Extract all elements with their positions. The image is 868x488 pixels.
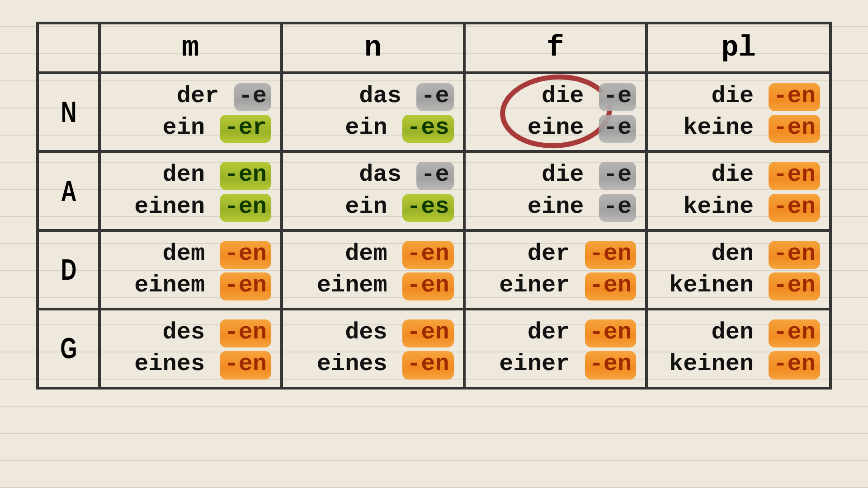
row-genitive: G des -en eines -en des -en eines -en de… bbox=[38, 309, 830, 388]
ending-highlight: -e bbox=[235, 80, 270, 112]
row-header-G: G bbox=[45, 309, 91, 388]
cell-A-n: das -e ein -es bbox=[282, 151, 464, 230]
ending-highlight: -e bbox=[417, 80, 453, 112]
ending-highlight: -es bbox=[403, 112, 453, 144]
header-row: m n f pl bbox=[38, 23, 830, 73]
ending-highlight: -en bbox=[403, 238, 453, 270]
header-blank bbox=[38, 23, 99, 73]
ending-highlight: -en bbox=[769, 317, 819, 348]
ending-highlight: -en bbox=[769, 191, 819, 223]
cell-D-m: dem -en einem -en bbox=[99, 230, 282, 309]
ending-highlight: -en bbox=[769, 159, 819, 191]
ending-highlight: -en bbox=[769, 270, 819, 301]
ending-highlight: -en bbox=[586, 238, 636, 270]
ending-highlight: -en bbox=[769, 80, 819, 112]
ending-highlight: -er bbox=[221, 112, 270, 144]
row-header-A: A bbox=[45, 151, 91, 230]
cell-G-pl: den -en keinen -en bbox=[646, 309, 830, 388]
row-accusative: A den -en einen -en das -e ein -es die -… bbox=[38, 151, 830, 230]
col-header-n: n bbox=[282, 23, 464, 73]
ending-highlight: -e bbox=[417, 159, 453, 191]
cell-A-f: die -e eine -e bbox=[464, 151, 647, 230]
ending-highlight: -en bbox=[221, 348, 270, 380]
cell-A-m: den -en einen -en bbox=[99, 151, 282, 230]
ending-highlight: -en bbox=[586, 270, 636, 301]
cell-D-n: dem -en einem -en bbox=[282, 230, 464, 309]
ending-highlight: -en bbox=[221, 270, 270, 301]
col-header-m: m bbox=[99, 23, 282, 73]
ending-highlight: -e bbox=[600, 112, 635, 144]
col-header-pl: pl bbox=[646, 23, 830, 73]
cell-G-m: des -en eines -en bbox=[99, 309, 282, 388]
cell-N-pl: die -en keine -en bbox=[646, 73, 830, 151]
row-header-N: N bbox=[45, 73, 91, 151]
ending-highlight: -e bbox=[600, 80, 635, 112]
row-dative: D dem -en einem -en dem -en einem -en de… bbox=[38, 230, 830, 309]
ending-highlight: -en bbox=[403, 348, 453, 380]
declension-table: m n f pl N der -e ein -er das -e ein -es… bbox=[36, 22, 832, 389]
ending-highlight: -en bbox=[221, 159, 270, 191]
cell-N-m: der -e ein -er bbox=[99, 73, 282, 151]
ending-highlight: -es bbox=[403, 191, 453, 223]
cell-D-f: der -en einer -en bbox=[464, 230, 647, 309]
ending-highlight: -en bbox=[586, 317, 636, 348]
cell-N-n: das -e ein -es bbox=[282, 73, 464, 151]
cell-D-pl: den -en keinen -en bbox=[646, 230, 830, 309]
ending-highlight: -en bbox=[221, 191, 270, 223]
row-nominative: N der -e ein -er das -e ein -es die -e e… bbox=[38, 73, 830, 151]
ending-highlight: -en bbox=[403, 270, 453, 301]
ending-highlight: -en bbox=[221, 317, 270, 348]
cell-A-pl: die -en keine -en bbox=[646, 151, 830, 230]
ending-highlight: -en bbox=[586, 348, 636, 380]
cell-N-f: die -e eine -e bbox=[464, 73, 647, 151]
ending-highlight: -en bbox=[769, 112, 819, 144]
cell-G-n: des -en eines -en bbox=[282, 309, 464, 388]
cell-G-f: der -en einer -en bbox=[464, 309, 647, 388]
ending-highlight: -en bbox=[769, 348, 819, 380]
ending-highlight: -en bbox=[769, 238, 819, 270]
col-header-f: f bbox=[464, 23, 647, 73]
ending-highlight: -e bbox=[600, 159, 635, 191]
ending-highlight: -en bbox=[221, 238, 270, 270]
row-header-D: D bbox=[45, 230, 91, 309]
ending-highlight: -e bbox=[600, 191, 635, 223]
ending-highlight: -en bbox=[403, 317, 453, 348]
